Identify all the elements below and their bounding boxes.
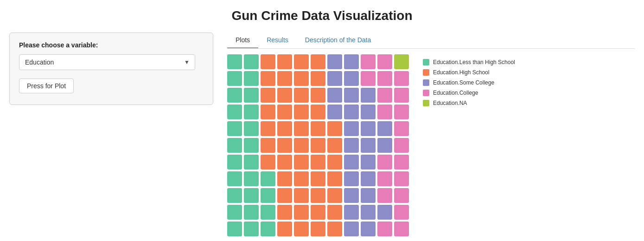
waffle-cell <box>277 71 292 86</box>
waffle-cell <box>294 88 309 103</box>
waffle-cell <box>244 221 259 236</box>
waffle-cell <box>361 71 376 86</box>
legend-item: Education.High School <box>423 69 515 76</box>
waffle-cell <box>294 188 309 203</box>
waffle-cell <box>244 121 259 136</box>
waffle-cell <box>361 155 376 169</box>
waffle-cell <box>377 171 392 186</box>
waffle-cell <box>394 171 409 186</box>
waffle-cell <box>311 71 325 86</box>
legend-label: Education.Less than High School <box>433 59 515 65</box>
tab-plots[interactable]: Plots <box>227 33 258 48</box>
tab-description[interactable]: Description of the Data <box>297 33 379 48</box>
waffle-cell <box>311 171 325 186</box>
waffle-cell <box>361 188 376 203</box>
waffle-cell <box>311 205 325 220</box>
waffle-cell <box>344 104 359 119</box>
legend-label: Education.NA <box>433 100 467 106</box>
waffle-cell <box>327 205 342 220</box>
waffle-cell <box>311 104 325 119</box>
waffle-cell <box>244 205 259 220</box>
waffle-cell <box>344 54 359 69</box>
waffle-cell <box>311 221 325 236</box>
legend-label: Education.High School <box>433 69 489 76</box>
waffle-cell <box>361 221 376 236</box>
tab-results[interactable]: Results <box>258 33 297 48</box>
waffle-cell <box>294 121 309 136</box>
waffle-cell <box>394 138 409 153</box>
tabs-bar: Plots Results Description of the Data <box>227 33 635 49</box>
waffle-cell <box>261 221 275 236</box>
waffle-cell <box>277 188 292 203</box>
waffle-cell <box>394 121 409 136</box>
legend-swatch <box>423 79 429 86</box>
waffle-cell <box>311 188 325 203</box>
waffle-cell <box>361 54 376 69</box>
waffle-cell <box>227 138 242 153</box>
waffle-cell <box>227 171 242 186</box>
waffle-cell <box>394 71 409 86</box>
waffle-cell <box>277 88 292 103</box>
waffle-cell <box>261 88 275 103</box>
variable-select[interactable]: Education Age Gender Race Intent <box>19 54 195 70</box>
legend: Education.Less than High SchoolEducation… <box>423 54 515 106</box>
waffle-cell <box>327 54 342 69</box>
waffle-cell <box>261 155 275 169</box>
waffle-cell <box>244 88 259 103</box>
waffle-cell <box>377 121 392 136</box>
waffle-cell <box>344 221 359 236</box>
waffle-cell <box>377 88 392 103</box>
waffle-cell <box>227 104 242 119</box>
waffle-cell <box>344 138 359 153</box>
waffle-cell <box>327 138 342 153</box>
press-for-plot-button[interactable]: Press for Plot <box>19 78 74 93</box>
waffle-cell <box>244 138 259 153</box>
waffle-cell <box>277 155 292 169</box>
waffle-cell <box>311 54 325 69</box>
waffle-cell <box>294 138 309 153</box>
waffle-cell <box>261 188 275 203</box>
sidebar: Please choose a variable: Education Age … <box>9 33 223 105</box>
waffle-cell <box>294 54 309 69</box>
waffle-cell <box>244 155 259 169</box>
waffle-cell <box>294 171 309 186</box>
waffle-cell <box>227 205 242 220</box>
legend-item: Education.NA <box>423 100 515 106</box>
waffle-cell <box>377 54 392 69</box>
waffle-cell <box>261 104 275 119</box>
waffle-cell <box>394 155 409 169</box>
waffle-cell <box>277 54 292 69</box>
waffle-cell <box>294 104 309 119</box>
waffle-cell <box>227 188 242 203</box>
waffle-cell <box>261 71 275 86</box>
waffle-cell <box>377 205 392 220</box>
legend-swatch <box>423 59 429 65</box>
waffle-cell <box>294 155 309 169</box>
waffle-cell <box>361 88 376 103</box>
waffle-cell <box>327 188 342 203</box>
waffle-cell <box>361 171 376 186</box>
variable-select-wrapper: Education Age Gender Race Intent ▼ <box>19 54 195 70</box>
waffle-cell <box>344 121 359 136</box>
legend-label: Education.Some College <box>433 79 494 86</box>
plot-area: Education.Less than High SchoolEducation… <box>227 54 635 236</box>
waffle-cell <box>327 121 342 136</box>
waffle-cell <box>361 104 376 119</box>
waffle-cell <box>327 155 342 169</box>
waffle-cell <box>244 171 259 186</box>
waffle-cell <box>361 138 376 153</box>
waffle-cell <box>227 88 242 103</box>
waffle-cell <box>244 54 259 69</box>
waffle-cell <box>244 188 259 203</box>
waffle-cell <box>277 104 292 119</box>
waffle-cell <box>311 121 325 136</box>
legend-swatch <box>423 69 429 76</box>
waffle-cell <box>261 205 275 220</box>
waffle-cell <box>294 71 309 86</box>
legend-item: Education.College <box>423 90 515 96</box>
waffle-cell <box>394 188 409 203</box>
waffle-cell <box>344 171 359 186</box>
waffle-cell <box>327 171 342 186</box>
waffle-cell <box>311 138 325 153</box>
waffle-cell <box>377 155 392 169</box>
